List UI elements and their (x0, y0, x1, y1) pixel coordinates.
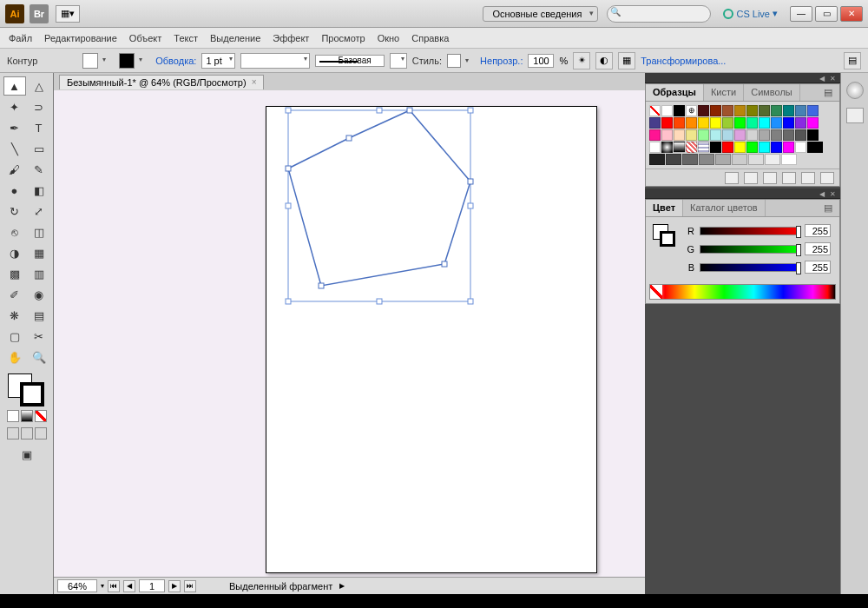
r-input[interactable] (805, 224, 831, 237)
menu-text[interactable]: Текст (174, 33, 198, 43)
blend-tool[interactable]: ◉ (28, 285, 50, 304)
variable-width-dropdown[interactable] (240, 53, 310, 69)
zoom-input[interactable] (57, 579, 97, 592)
stroke-box[interactable] (20, 382, 44, 406)
swatch-item[interactable] (807, 129, 819, 141)
swatch-kind-button[interactable] (744, 172, 758, 184)
scale-tool[interactable]: ⤢ (28, 202, 50, 221)
symbols-tab[interactable]: Символы (744, 84, 800, 101)
rectangle-tool[interactable]: ▭ (28, 139, 50, 158)
eraser-tool[interactable]: ◧ (28, 181, 50, 200)
magic-wand-tool[interactable]: ✦ (3, 97, 26, 116)
brush-more-dropdown[interactable] (390, 53, 407, 69)
pencil-tool[interactable]: ✎ (28, 160, 50, 179)
color-spectrum[interactable] (649, 284, 836, 300)
swatch-item[interactable] (746, 117, 758, 129)
type-tool[interactable]: T (28, 118, 50, 137)
swatch-item[interactable] (746, 129, 758, 141)
swatch-item[interactable] (759, 142, 770, 153)
swatch-item[interactable] (771, 129, 782, 141)
control-menu-button[interactable]: ▤ (844, 52, 861, 69)
slice-tool[interactable]: ✂ (28, 327, 50, 346)
brush-dropdown[interactable]: Базовая (315, 55, 385, 67)
selection-tool[interactable]: ▲ (3, 76, 26, 96)
next-artboard-button[interactable]: ▶ (168, 580, 181, 592)
draw-inside-button[interactable] (35, 427, 47, 439)
dock-icon-layers[interactable] (846, 108, 864, 123)
swatch-item[interactable] (710, 117, 721, 129)
swatch-item[interactable] (795, 117, 806, 129)
color-mode-button[interactable] (7, 410, 19, 422)
align-button[interactable]: ▦ (618, 52, 635, 69)
prev-artboard-button[interactable]: ◀ (123, 580, 135, 592)
swatch-item[interactable] (710, 105, 721, 116)
swatch-item[interactable] (722, 117, 733, 129)
swatch-item[interactable] (686, 142, 697, 153)
mesh-tool[interactable]: ▩ (3, 264, 26, 283)
stroke-link[interactable]: Обводка: (155, 56, 196, 66)
shape-builder-tool[interactable]: ◑ (3, 243, 26, 262)
color-guide-tab[interactable]: Каталог цветов (683, 200, 766, 216)
swatch-item[interactable] (795, 129, 806, 141)
swatch-item[interactable] (746, 105, 758, 116)
swatch-item[interactable] (781, 154, 797, 165)
opacity-input[interactable] (528, 54, 554, 68)
gradient-mode-button[interactable] (21, 410, 33, 422)
artboard-number-input[interactable] (139, 579, 165, 592)
swatch-item[interactable] (807, 117, 819, 129)
draw-behind-button[interactable] (21, 427, 33, 439)
swatch-item[interactable] (795, 105, 806, 116)
fill-stroke-control[interactable] (8, 373, 46, 405)
width-tool[interactable]: ⎋ (3, 222, 26, 241)
swatch-item[interactable] (686, 129, 697, 141)
none-mode-button[interactable] (35, 410, 47, 422)
menu-object[interactable]: Объект (129, 33, 161, 43)
last-artboard-button[interactable]: ⏭ (184, 580, 196, 592)
swatch-item[interactable] (698, 105, 709, 116)
swatch-item[interactable] (783, 105, 794, 116)
recolor-artwork-button[interactable]: ✴ (573, 52, 590, 69)
swatches-grid[interactable]: ⊕ (649, 105, 823, 165)
swatch-item[interactable] (759, 129, 770, 141)
gradient-tool[interactable]: ▥ (28, 264, 50, 283)
swatch-item[interactable] (661, 142, 673, 153)
swatches-tab[interactable]: Образцы (646, 84, 704, 101)
symbol-sprayer-tool[interactable]: ❋ (3, 306, 26, 325)
swatch-item[interactable] (734, 129, 746, 141)
r-slider[interactable] (700, 227, 799, 235)
dock-icon-appearance[interactable] (846, 82, 864, 99)
swatch-item[interactable] (674, 142, 685, 153)
brushes-tab[interactable]: Кисти (704, 84, 744, 101)
swatch-item[interactable] (722, 142, 733, 153)
swatch-item[interactable] (674, 129, 685, 141)
canvas[interactable] (54, 90, 645, 577)
swatch-item[interactable] (649, 154, 665, 165)
zoom-dropdown-icon[interactable]: ▾ (101, 582, 104, 590)
search-field[interactable] (607, 5, 711, 23)
swatch-item[interactable] (722, 129, 733, 141)
panel-menu-icon[interactable]: ▤ (817, 84, 839, 101)
swatch-item[interactable] (649, 142, 661, 153)
swatch-item[interactable] (807, 142, 823, 153)
blob-brush-tool[interactable]: ● (3, 181, 26, 200)
swatch-item[interactable] (807, 105, 819, 116)
swatch-item[interactable] (795, 142, 806, 153)
menu-select[interactable]: Выделение (210, 33, 260, 43)
swatch-item[interactable] (674, 105, 685, 116)
select-similar-button[interactable]: ◐ (595, 52, 613, 69)
swatch-item[interactable] (715, 154, 731, 165)
swatch-item[interactable] (661, 117, 673, 129)
cs-live-button[interactable]: CS Live ▾ (723, 8, 778, 19)
bridge-logo-button[interactable]: Br (30, 4, 49, 23)
panel-stack-header-2[interactable]: ◀✕ (645, 188, 840, 199)
swatch-item[interactable] (666, 154, 681, 165)
menu-window[interactable]: Окно (378, 33, 400, 43)
pen-tool[interactable]: ✒ (3, 118, 26, 137)
swatch-item[interactable]: ⊕ (686, 105, 697, 116)
stroke-swatch[interactable] (119, 53, 135, 69)
new-swatch-button[interactable] (801, 172, 815, 184)
panel-stack-header[interactable]: ◀✕ (645, 73, 840, 83)
zoom-tool[interactable]: 🔍 (28, 347, 50, 367)
menu-help[interactable]: Справка (411, 33, 449, 43)
swatch-item[interactable] (699, 154, 714, 165)
